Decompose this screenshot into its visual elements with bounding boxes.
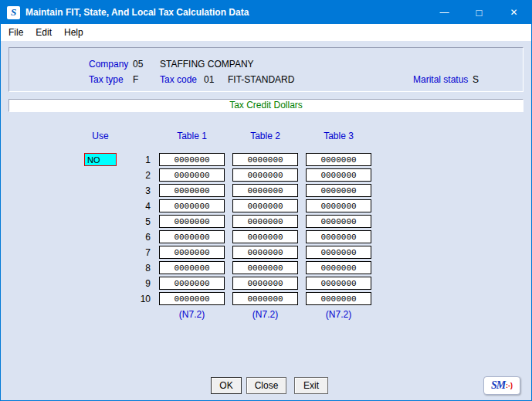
table3-row9-input[interactable] xyxy=(306,277,371,290)
row-number: 1 xyxy=(124,155,151,165)
tax-code-name-value: FIT-STANDARD xyxy=(228,74,294,85)
row-number: 10 xyxy=(124,294,151,304)
table3-row3-input[interactable] xyxy=(306,184,371,197)
table-row: 8 xyxy=(124,261,379,274)
window-title: Maintain FIT, State, And Local Tax Calcu… xyxy=(25,7,249,18)
header-panel: Company 05 STAFFING COMPANY Tax type F T… xyxy=(8,47,524,92)
menu-help[interactable]: Help xyxy=(58,25,90,39)
menu-edit[interactable]: Edit xyxy=(29,25,58,39)
table1-row6-input[interactable] xyxy=(159,230,225,243)
table1-format-label: (N7.2) xyxy=(159,309,225,320)
table-row: 7 xyxy=(124,246,379,259)
table2-row2-input[interactable] xyxy=(232,168,298,182)
table3-row4-input[interactable] xyxy=(306,199,371,212)
section-title-strip: Tax Credit Dollars xyxy=(8,99,524,112)
table3-row6-input[interactable] xyxy=(306,230,371,243)
smiley-icon: :-) xyxy=(506,382,513,389)
app-icon: S xyxy=(7,6,20,19)
table3-row10-input[interactable] xyxy=(306,292,371,305)
content-area: Company 05 STAFFING COMPANY Tax type F T… xyxy=(1,41,531,400)
table-row: 5 xyxy=(124,215,379,228)
table1-row10-input[interactable] xyxy=(159,292,225,305)
table2-row9-input[interactable] xyxy=(232,277,298,290)
row-number: 2 xyxy=(124,170,151,181)
row-number: 9 xyxy=(124,278,151,289)
table-row: 1 xyxy=(124,153,379,166)
table3-row5-input[interactable] xyxy=(306,215,371,228)
table1-row8-input[interactable] xyxy=(159,261,225,274)
minimize-icon[interactable]: — xyxy=(427,1,462,24)
table2-column-header: Table 2 xyxy=(232,131,298,141)
table3-row1-input[interactable] xyxy=(306,153,371,166)
table1-row4-input[interactable] xyxy=(159,199,225,212)
title-bar: S Maintain FIT, State, And Local Tax Cal… xyxy=(1,1,531,24)
table3-row2-input[interactable] xyxy=(306,168,371,182)
row-number: 8 xyxy=(124,263,151,274)
table2-row10-input[interactable] xyxy=(232,292,298,305)
tax-type-label: Tax type xyxy=(89,74,124,85)
marital-status-value: S xyxy=(473,74,479,85)
section-title: Tax Credit Dollars xyxy=(229,100,303,110)
table3-row8-input[interactable] xyxy=(306,261,371,274)
row-number: 5 xyxy=(124,216,151,227)
marital-status-label: Marital status xyxy=(413,74,468,85)
table1-row3-input[interactable] xyxy=(159,184,225,197)
table2-row5-input[interactable] xyxy=(232,215,298,228)
table-row: 10 xyxy=(124,292,379,305)
table-row: 2 xyxy=(124,168,379,182)
tax-code-value: 01 xyxy=(204,74,214,85)
use-input[interactable] xyxy=(84,153,117,166)
table3-format-label: (N7.2) xyxy=(306,309,371,320)
table2-row3-input[interactable] xyxy=(232,184,298,197)
table-row: 9 xyxy=(124,277,379,290)
tax-code-label: Tax code xyxy=(160,74,197,85)
table2-row6-input[interactable] xyxy=(232,230,298,243)
credit-rows: 12345678910 xyxy=(124,153,379,308)
company-name-value: STAFFING COMPANY xyxy=(160,59,254,70)
row-number: 6 xyxy=(124,232,151,243)
table2-row4-input[interactable] xyxy=(232,199,298,212)
app-icon-glyph: S xyxy=(11,6,16,19)
window-controls: — □ ✕ xyxy=(427,1,531,24)
maximize-icon[interactable]: □ xyxy=(462,1,496,24)
table-row: 6 xyxy=(124,230,379,243)
close-button[interactable]: Close xyxy=(246,377,286,394)
menu-bar: File Edit Help xyxy=(1,24,531,41)
table-row: 3 xyxy=(124,184,379,197)
table-row: 4 xyxy=(124,199,379,212)
table2-row7-input[interactable] xyxy=(232,246,298,259)
table3-row7-input[interactable] xyxy=(306,246,371,259)
table1-row1-input[interactable] xyxy=(159,153,225,166)
row-number: 4 xyxy=(124,201,151,212)
table2-row1-input[interactable] xyxy=(232,153,298,166)
table1-row9-input[interactable] xyxy=(159,277,225,290)
ok-button[interactable]: OK xyxy=(211,377,242,394)
table2-format-label: (N7.2) xyxy=(232,309,298,320)
use-column-header: Use xyxy=(84,131,117,141)
table1-row2-input[interactable] xyxy=(159,168,225,182)
exit-button[interactable]: Exit xyxy=(294,377,328,394)
tax-type-value: F xyxy=(133,74,138,85)
menu-file[interactable]: File xyxy=(2,25,29,39)
sm-logo[interactable]: SM :-) xyxy=(483,376,520,395)
table1-column-header: Table 1 xyxy=(159,131,225,141)
company-label: Company xyxy=(89,59,128,70)
table1-row7-input[interactable] xyxy=(159,246,225,259)
table2-row8-input[interactable] xyxy=(232,261,298,274)
row-number: 7 xyxy=(124,247,151,258)
sm-logo-text: SM xyxy=(491,379,505,392)
table3-column-header: Table 3 xyxy=(306,131,371,141)
app-window: S Maintain FIT, State, And Local Tax Cal… xyxy=(0,0,532,401)
company-code-value: 05 xyxy=(133,59,143,70)
table1-row5-input[interactable] xyxy=(159,215,225,228)
close-icon[interactable]: ✕ xyxy=(496,1,531,24)
row-number: 3 xyxy=(124,185,151,196)
